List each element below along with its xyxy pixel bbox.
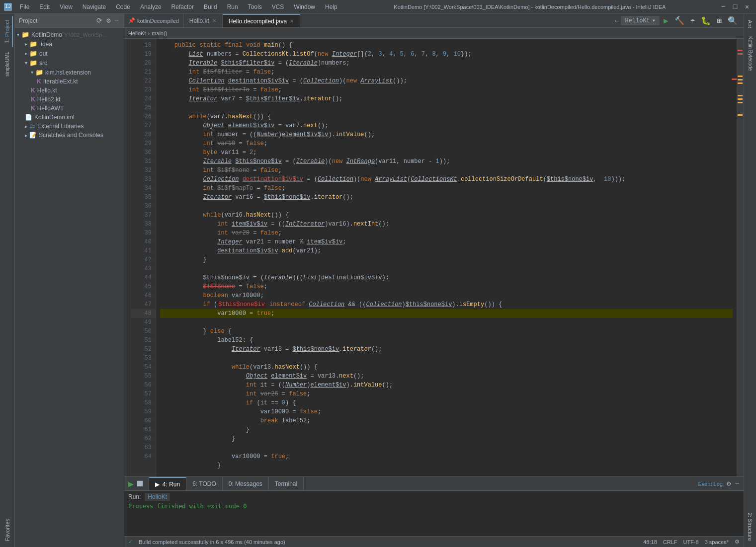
panel-settings-icon[interactable]: ⚙ (105, 15, 111, 26)
search-button[interactable]: 🔍 (726, 15, 740, 27)
code-line-55: int it = ((Number)element$iv).intValue()… (160, 382, 393, 389)
cursor-position[interactable]: 48:18 (643, 539, 657, 545)
build-button[interactable]: 🔨 (672, 15, 686, 27)
bottom-tab-run[interactable]: ▶ 4: Run (149, 477, 186, 490)
menu-navigate[interactable]: Navigate (79, 2, 110, 11)
maximize-button[interactable]: □ (730, 2, 740, 12)
line-ending[interactable]: CRLF (663, 539, 677, 545)
right-sidebar-structure[interactable]: 2: Structure (745, 509, 755, 545)
run-config-dropdown[interactable]: HelloKt ▾ (621, 16, 660, 25)
bottom-tab-messages[interactable]: 0: Messages (223, 477, 269, 490)
line-num-57: 57 (131, 390, 156, 398)
debug-button[interactable]: 🐛 (699, 15, 713, 27)
menu-vcs[interactable]: VCS (268, 2, 288, 11)
menu-code[interactable]: Code (112, 2, 134, 11)
tab-hello-kt[interactable]: Hello.kt ✕ (183, 14, 223, 27)
panel-sync-icon[interactable]: ⟳ (95, 15, 103, 26)
menu-run[interactable]: Run (223, 2, 242, 11)
code-line-28: int number = ((Number)element$iv$iv).int… (160, 131, 375, 138)
tree-item-extlibs[interactable]: ▸ 🗂 External Libraries (15, 122, 124, 131)
tree-item-iterableext[interactable]: K IterableExt.kt (15, 77, 124, 86)
tree-item-out[interactable]: ▸ 📁 out (15, 49, 124, 58)
tree-item-extension[interactable]: ▾ 📁 kim.hsl.extension (15, 68, 124, 77)
sidebar-item-uml[interactable]: simpleUML (2, 48, 12, 80)
back-icon[interactable]: ← (615, 17, 619, 25)
tree-root[interactable]: ▾ 📁 KotlinDemo Y:\002_WorkSp... (15, 30, 124, 39)
tree-label-idea: .idea (39, 41, 52, 48)
run-play-icon[interactable]: ▶ (128, 478, 134, 489)
minimize-button[interactable]: − (718, 2, 728, 12)
breadcrumb-part2[interactable]: main() (152, 30, 167, 36)
line-num-23: 23 (131, 85, 156, 94)
menu-tools[interactable]: Tools (244, 2, 266, 11)
layout-button[interactable]: ⊞ (715, 15, 724, 27)
menu-view[interactable]: View (56, 2, 77, 11)
bottom-minimize-icon[interactable]: − (735, 479, 740, 488)
menu-file[interactable]: File (16, 2, 33, 11)
code-line-24: Iterator var7 = $this$filter$iv.iterator… (160, 95, 342, 102)
menu-edit[interactable]: Edit (35, 2, 54, 11)
bottom-tab-todo[interactable]: 6: TODO (186, 477, 223, 490)
left-sidebar-stripe: 1: Project simpleUML Favorites (0, 14, 15, 547)
bottom-tab-terminal[interactable]: Terminal (269, 477, 304, 490)
code-line-30: byte var11 = 2; (160, 149, 256, 156)
line-num-59: 59 (131, 407, 156, 416)
panel-minimize-icon[interactable]: − (114, 15, 120, 26)
menu-window[interactable]: Window (290, 2, 319, 11)
settings-icon[interactable]: ⚙ (735, 539, 740, 545)
code-line-35: Iterator var16 = $this$none$iv.iterator(… (160, 194, 353, 201)
coverage-button[interactable]: ☂ (688, 15, 697, 27)
scratches-icon: 📝 (29, 132, 37, 139)
code-line-37: while(var16.hasNext()) { (160, 212, 289, 219)
breadcrumb-separator: › (148, 30, 150, 36)
tab-hello-decompiled[interactable]: Hello.decompiled.java ✕ (223, 14, 300, 27)
tree-item-helloawt[interactable]: K HelloAWT (15, 104, 124, 113)
line-num-35: 35 (131, 193, 156, 202)
run-tab-name[interactable]: HelloKt (145, 493, 170, 501)
title-bar-left: IJ File Edit View Navigate Code Analyze … (4, 2, 341, 11)
tree-item-src[interactable]: ▾ 📁 src (15, 58, 124, 68)
line-num-38: 38 (131, 220, 156, 229)
indent[interactable]: 3 spaces* (705, 539, 729, 545)
menu-help[interactable]: Help (321, 2, 341, 11)
status-left: ✓ Build completed successfully in 6 s 49… (128, 539, 285, 545)
bottom-panel: ▶ ⏹ ▶ 4: Run 6: TODO 0: Messages Termina… (124, 476, 744, 536)
event-log-button[interactable]: Event Log (698, 481, 723, 487)
tab-hello-kt-close[interactable]: ✕ (212, 18, 216, 23)
code-content[interactable]: public static final void main() { List n… (156, 39, 737, 476)
line-num-51: 51 (131, 336, 156, 345)
project-folder-icon: 📁 (21, 31, 29, 38)
menu-build[interactable]: Build (200, 2, 221, 11)
code-line-19: List numbers = CollectionsKt.listOf(new … (160, 51, 472, 58)
code-line-18: public static final void main() { (160, 42, 293, 49)
menu-refactor[interactable]: Refactor (168, 2, 198, 11)
right-sidebar-ant[interactable]: Ant (745, 16, 755, 32)
line-num-43: 43 (131, 264, 156, 273)
pinned-tab[interactable]: 📌 kotlinDecompiled (124, 14, 183, 27)
close-button[interactable]: ✕ (742, 2, 752, 12)
tree-item-scratches[interactable]: ▸ 📝 Scratches and Consoles (15, 131, 124, 140)
tree-label-iterableext: IterableExt.kt (43, 78, 78, 85)
code-line-42: } (160, 256, 207, 263)
line-num-32: 32 (131, 166, 156, 175)
run-stop-icon[interactable]: ⏹ (136, 478, 145, 489)
code-line-45: $i$f$none = false; (160, 283, 267, 290)
line-num-62: 62 (131, 434, 156, 443)
sidebar-item-project[interactable]: 1: Project (2, 16, 13, 47)
run-button[interactable]: ▶ (662, 15, 671, 27)
app-icon: IJ (4, 3, 12, 11)
tree-item-iml[interactable]: 📄 KotlinDemo.iml (15, 113, 124, 122)
tree-item-hello2[interactable]: K Hello2.kt (15, 95, 124, 104)
tab-hello-decompiled-close[interactable]: ✕ (290, 18, 294, 24)
encoding[interactable]: UTF-8 (683, 539, 699, 545)
tree-label-extlibs: External Libraries (37, 123, 84, 130)
tree-item-idea[interactable]: ▸ 📁 .idea (15, 39, 124, 49)
tree-item-hello[interactable]: K Hello.kt (15, 86, 124, 95)
menu-analyze[interactable]: Analyze (136, 2, 166, 11)
breadcrumb-part1[interactable]: HelloKt (128, 30, 146, 36)
tree-label-hello: Hello.kt (37, 87, 57, 94)
line-num-28: 28 (131, 130, 156, 139)
right-sidebar-kotlin-bytecode[interactable]: Kotlin Bytecode (746, 32, 755, 75)
bottom-settings-icon[interactable]: ⚙ (727, 479, 731, 488)
sidebar-item-favorites[interactable]: Favorites (2, 515, 12, 545)
